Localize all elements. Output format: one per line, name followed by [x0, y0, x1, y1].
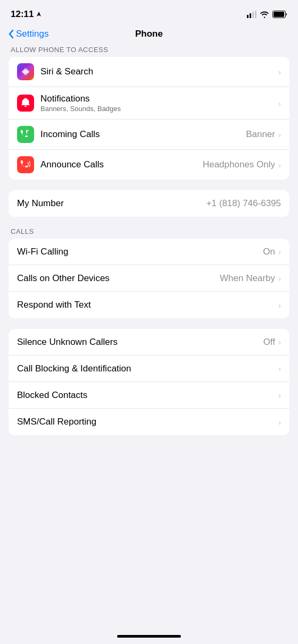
bell-icon [21, 98, 30, 108]
call-blocking-right: › [277, 364, 281, 373]
notifications-row[interactable]: Notifications Banners, Sounds, Badges › [9, 87, 289, 120]
wifi-calling-right: On › [263, 247, 281, 257]
blocked-contacts-content: Blocked Contacts [17, 390, 277, 401]
blocking-section: Silence Unknown Callers Off › Call Block… [0, 329, 298, 435]
my-number-content: My Number [17, 198, 206, 209]
sms-reporting-chevron-icon: › [278, 418, 281, 427]
call-blocking-content: Call Blocking & Identification [17, 363, 277, 374]
notifications-content: Notifications Banners, Sounds, Badges [40, 94, 277, 113]
respond-text-content: Respond with Text [17, 300, 277, 310]
wifi-calling-content: Wi-Fi Calling [17, 247, 263, 257]
svg-rect-1 [250, 13, 251, 18]
svg-rect-5 [274, 12, 284, 17]
wifi-calling-value: On [263, 247, 275, 257]
announce-calls-icon [17, 156, 34, 173]
call-blocking-row[interactable]: Call Blocking & Identification › [9, 355, 289, 382]
wifi-calling-title: Wi-Fi Calling [17, 247, 263, 257]
silence-unknown-title: Silence Unknown Callers [17, 337, 263, 348]
siri-search-content: Siri & Search [40, 66, 277, 77]
page-title: Phone [135, 29, 163, 39]
wifi-icon [260, 11, 269, 18]
blocked-contacts-row[interactable]: Blocked Contacts › [9, 382, 289, 409]
announce-calls-row[interactable]: Announce Calls Headphones Only › [9, 150, 289, 180]
incoming-calls-right: Banner › [246, 129, 281, 140]
calls-other-devices-right: When Nearby › [220, 273, 281, 284]
blocking-card: Silence Unknown Callers Off › Call Block… [9, 329, 289, 435]
incoming-calls-row[interactable]: Incoming Calls Banner › [9, 120, 289, 150]
sms-reporting-row[interactable]: SMS/Call Reporting › [9, 409, 289, 435]
siri-search-row[interactable]: Siri & Search › [9, 57, 289, 87]
incoming-calls-icon [17, 126, 34, 143]
calls-other-devices-value: When Nearby [220, 273, 275, 284]
status-time: 12:11 [11, 9, 42, 20]
announce-calls-chevron-icon: › [278, 160, 281, 170]
calls-other-devices-row[interactable]: Calls on Other Devices When Nearby › [9, 265, 289, 292]
respond-text-title: Respond with Text [17, 300, 277, 310]
blocked-contacts-title: Blocked Contacts [17, 390, 277, 401]
siri-chevron-icon: › [278, 67, 281, 77]
my-number-card: My Number +1 (818) 746-6395 [9, 190, 289, 217]
my-number-title: My Number [17, 198, 206, 209]
respond-text-right: › [277, 301, 281, 310]
incoming-calls-title: Incoming Calls [40, 129, 246, 140]
status-icons [247, 11, 287, 18]
status-bar: 12:11 [0, 0, 298, 26]
notifications-icon [17, 95, 34, 112]
siri-graphic [20, 66, 31, 77]
signal-icon [247, 11, 256, 18]
notifications-right: › [277, 99, 281, 108]
blocked-contacts-right: › [277, 391, 281, 400]
location-icon [36, 11, 42, 18]
my-number-row: My Number +1 (818) 746-6395 [9, 190, 289, 217]
my-number-section: My Number +1 (818) 746-6395 [0, 190, 298, 217]
svg-rect-3 [255, 11, 256, 18]
home-indicator [117, 635, 181, 638]
respond-text-row[interactable]: Respond with Text › [9, 292, 289, 318]
announce-calls-right: Headphones Only › [203, 159, 281, 170]
my-number-right: +1 (818) 746-6395 [206, 198, 281, 209]
calls-label: CALLS [0, 227, 298, 239]
battery-icon [272, 11, 287, 18]
silence-unknown-value: Off [263, 337, 275, 348]
incoming-calls-value: Banner [246, 129, 275, 140]
siri-icon [17, 63, 34, 80]
allow-access-section: ALLOW PHONE TO ACCESS Siri & Search › [0, 46, 298, 180]
incoming-calls-content: Incoming Calls [40, 129, 246, 140]
notifications-title: Notifications [40, 94, 277, 104]
announce-calls-content: Announce Calls [40, 159, 203, 170]
call-blocking-chevron-icon: › [278, 364, 281, 373]
announce-phone-icon [21, 160, 30, 170]
notifications-subtitle: Banners, Sounds, Badges [40, 105, 277, 113]
nav-bar: Settings Phone [0, 26, 298, 46]
respond-text-chevron-icon: › [278, 301, 281, 310]
calls-other-devices-chevron-icon: › [278, 274, 281, 283]
back-button[interactable]: Settings [9, 29, 48, 39]
announce-calls-value: Headphones Only [203, 159, 275, 170]
wifi-calling-chevron-icon: › [278, 247, 281, 256]
sms-reporting-content: SMS/Call Reporting [17, 417, 277, 427]
silence-unknown-content: Silence Unknown Callers [17, 337, 263, 348]
calls-other-devices-content: Calls on Other Devices [17, 273, 220, 284]
svg-rect-2 [252, 12, 254, 18]
calls-card: Wi-Fi Calling On › Calls on Other Device… [9, 239, 289, 318]
siri-search-right: › [277, 67, 281, 77]
back-label: Settings [16, 29, 48, 39]
wifi-calling-row[interactable]: Wi-Fi Calling On › [9, 239, 289, 265]
announce-calls-title: Announce Calls [40, 159, 203, 170]
silence-unknown-right: Off › [263, 337, 281, 348]
svg-rect-0 [247, 15, 249, 18]
sms-reporting-right: › [277, 418, 281, 427]
calls-other-devices-title: Calls on Other Devices [17, 273, 220, 284]
calls-section: CALLS Wi-Fi Calling On › Calls on Other … [0, 227, 298, 318]
back-chevron-icon [9, 29, 14, 39]
allow-access-label: ALLOW PHONE TO ACCESS [0, 46, 298, 57]
incoming-phone-icon [21, 130, 30, 139]
blocked-contacts-chevron-icon: › [278, 391, 281, 400]
silence-unknown-row[interactable]: Silence Unknown Callers Off › [9, 329, 289, 355]
svg-point-7 [23, 68, 28, 75]
call-blocking-title: Call Blocking & Identification [17, 363, 277, 374]
my-number-value: +1 (818) 746-6395 [206, 198, 281, 209]
siri-search-title: Siri & Search [40, 66, 277, 77]
silence-unknown-chevron-icon: › [278, 337, 281, 346]
allow-access-card: Siri & Search › Notifications Banners, S… [9, 57, 289, 180]
